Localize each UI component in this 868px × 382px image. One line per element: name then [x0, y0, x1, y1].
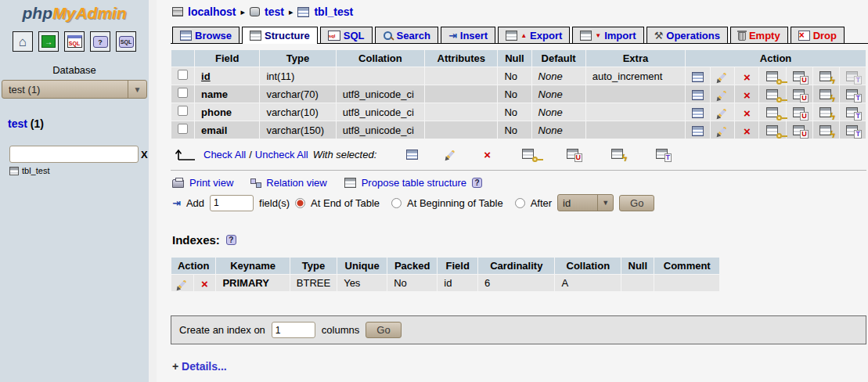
- tab-sql[interactable]: sqlSQL: [320, 27, 373, 43]
- unique-selected-icon[interactable]: U: [567, 149, 580, 160]
- database-select[interactable]: test (1) ▼: [2, 80, 147, 99]
- tab-structure[interactable]: Structure: [242, 27, 318, 44]
- drop-field-icon[interactable]: ×: [744, 108, 751, 118]
- home-icon: ⌂: [19, 35, 27, 49]
- details-plus: +: [172, 360, 178, 373]
- breadcrumb-table-link[interactable]: tbl_test: [314, 5, 353, 18]
- radio-at-end-of-table[interactable]: [295, 198, 305, 208]
- index-icon[interactable]: ϟ: [819, 107, 833, 118]
- primary-key-icon[interactable]: [766, 71, 780, 82]
- browse-values-icon[interactable]: [692, 72, 704, 82]
- unique-icon[interactable]: U: [793, 125, 806, 136]
- edit-index-icon[interactable]: [178, 279, 186, 289]
- header-type: Type: [260, 50, 335, 67]
- drop-index-icon[interactable]: ×: [201, 279, 208, 289]
- tab-export[interactable]: ▲Export: [498, 27, 570, 43]
- operations-icon: ⚒: [654, 31, 664, 41]
- sql-window-icon: SQL: [67, 35, 82, 48]
- radio-after-field[interactable]: [515, 198, 525, 208]
- create-index-columns-input[interactable]: [272, 322, 315, 338]
- primary-key-icon[interactable]: [766, 107, 780, 118]
- add-field-go-button[interactable]: Go: [619, 195, 654, 211]
- help-button[interactable]: ?: [90, 31, 110, 52]
- index-null: [621, 275, 654, 291]
- create-index-go-button[interactable]: Go: [366, 322, 401, 338]
- row-checkbox[interactable]: [178, 88, 188, 98]
- query-window-button[interactable]: SQL: [116, 31, 136, 52]
- fulltext-icon[interactable]: T: [846, 125, 859, 136]
- fulltext-selected-icon[interactable]: T: [656, 149, 669, 160]
- check-marked-arrow-icon: [174, 148, 197, 161]
- unique-icon[interactable]: U: [793, 107, 806, 118]
- breadcrumb-database-link[interactable]: test: [265, 5, 284, 18]
- tab-search[interactable]: Search: [375, 27, 438, 43]
- add-field-row: ⇥ Add field(s) At End of Table At Beginn…: [171, 191, 868, 216]
- field-row-email: email varchar(150) utf8_unicode_ci No No…: [171, 121, 866, 139]
- tab-import[interactable]: ▼Import: [572, 27, 643, 43]
- sql-window-button[interactable]: SQL: [64, 31, 85, 52]
- unique-icon[interactable]: U: [793, 89, 806, 100]
- table-filter-input[interactable]: [9, 146, 139, 163]
- tab-search-label: Search: [397, 30, 430, 41]
- clear-filter-button[interactable]: X: [141, 149, 148, 160]
- index-icon[interactable]: ϟ: [819, 71, 833, 82]
- primary-selected-icon[interactable]: [522, 149, 535, 160]
- tab-browse[interactable]: Browse: [172, 27, 240, 43]
- print-view-link[interactable]: Print view: [189, 177, 233, 189]
- fulltext-icon[interactable]: T: [846, 89, 859, 100]
- logout-button[interactable]: →: [38, 31, 59, 52]
- browse-values-icon[interactable]: [692, 108, 704, 118]
- after-field-select-value: id: [558, 197, 597, 209]
- browse-values-icon[interactable]: [692, 90, 704, 100]
- field-name: email: [195, 121, 259, 139]
- index-icon[interactable]: ϟ: [819, 89, 833, 100]
- unique-icon[interactable]: U: [793, 71, 806, 82]
- current-database-row: test (1): [0, 117, 149, 130]
- change-selected-icon[interactable]: [447, 150, 456, 159]
- indexes-help-icon[interactable]: [226, 235, 236, 245]
- exit-icon: →: [41, 35, 56, 48]
- after-field-select[interactable]: id ▼: [557, 194, 614, 211]
- drop-selected-icon[interactable]: ×: [484, 150, 491, 160]
- tab-insert[interactable]: ⇥Insert: [441, 27, 495, 43]
- browse-values-icon[interactable]: [692, 126, 704, 136]
- index-icon[interactable]: ϟ: [819, 125, 833, 136]
- breadcrumb-server-link[interactable]: localhost: [188, 5, 236, 18]
- uncheck-all-link[interactable]: Uncheck All: [255, 149, 308, 160]
- propose-structure-link[interactable]: Propose table structure: [362, 177, 466, 189]
- change-icon[interactable]: [719, 108, 727, 117]
- help-icon[interactable]: [472, 178, 482, 188]
- row-checkbox[interactable]: [178, 124, 188, 134]
- change-icon[interactable]: [719, 90, 727, 99]
- tab-drop[interactable]: ×Drop: [791, 27, 845, 43]
- create-index-fieldset: Create an index on columns Go: [171, 315, 866, 344]
- logo-php-text: php: [23, 4, 52, 22]
- change-icon[interactable]: [719, 72, 727, 81]
- drop-field-icon[interactable]: ×: [744, 72, 751, 82]
- database-link[interactable]: test: [8, 117, 27, 130]
- tab-empty[interactable]: Empty: [730, 27, 788, 43]
- row-checkbox[interactable]: [178, 70, 188, 80]
- table-tree-item[interactable]: tbl_test: [0, 166, 149, 175]
- add-field-count-input[interactable]: [210, 195, 254, 211]
- fulltext-icon[interactable]: T: [846, 107, 859, 118]
- row-checkbox[interactable]: [178, 106, 188, 116]
- idx-header-type: Type: [290, 258, 337, 274]
- details-link[interactable]: Details...: [182, 360, 227, 373]
- drop-field-icon[interactable]: ×: [744, 126, 751, 136]
- radio-at-beginning-of-table[interactable]: [391, 198, 402, 208]
- browse-selected-icon[interactable]: [406, 150, 418, 160]
- relation-view-link[interactable]: Relation view: [266, 177, 326, 189]
- check-all-link[interactable]: Check All: [203, 149, 246, 160]
- export-icon: [506, 31, 517, 41]
- primary-key-icon[interactable]: [766, 125, 780, 136]
- change-icon[interactable]: [719, 126, 727, 135]
- drop-field-icon[interactable]: ×: [744, 90, 751, 100]
- at-end-label: At End of Table: [311, 197, 380, 209]
- index-selected-icon[interactable]: ϟ: [611, 149, 625, 160]
- primary-key-icon[interactable]: [766, 89, 780, 100]
- home-button[interactable]: ⌂: [13, 31, 33, 52]
- tab-operations[interactable]: ⚒Operations: [646, 27, 728, 43]
- chevron-down-icon: ▼: [597, 195, 613, 211]
- field-collation: utf8_unicode_ci: [337, 121, 424, 139]
